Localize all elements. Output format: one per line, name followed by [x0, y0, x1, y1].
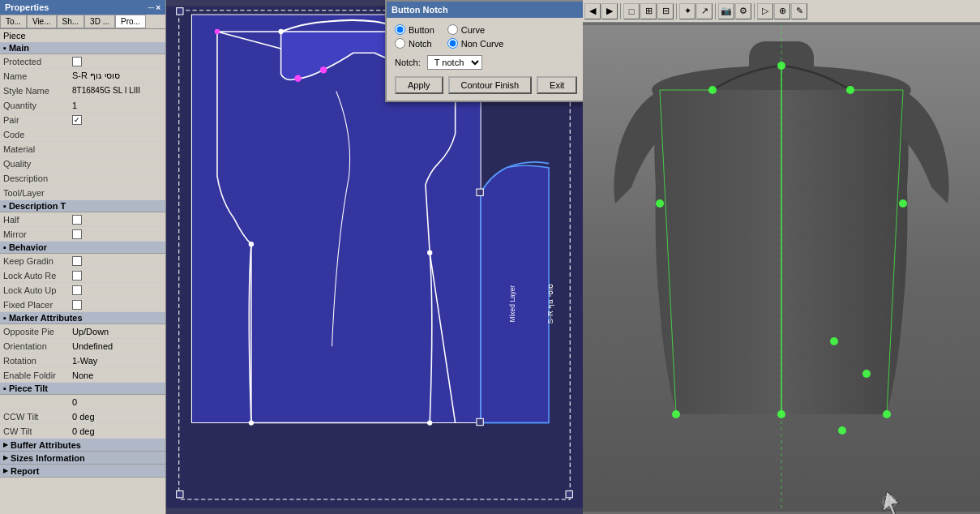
panel-minimize-btn[interactable]: ─ [148, 3, 154, 12]
toolbar-edit-btn[interactable]: ✎ [791, 3, 807, 19]
toolbar-camera-btn[interactable]: 📷 [718, 3, 734, 19]
quantity-label: Quantity [3, 101, 72, 110]
ccw-tilt-row: CCW Tilt 0 deg [0, 409, 165, 424]
sizes-section: ▸ Sizes Information [0, 452, 165, 465]
lock-auto-re-checkbox[interactable] [72, 271, 82, 281]
report-section: ▸ Report [0, 465, 165, 478]
marker-header[interactable]: ▪ Marker Attributes [0, 312, 165, 324]
marker-section: ▪ Marker Attributes Opposite Pie Up/Down… [0, 312, 165, 383]
mirror-checkbox[interactable] [72, 229, 82, 239]
tab-vie[interactable]: Vie... [27, 15, 57, 28]
mirror-row: Mirror [0, 227, 165, 242]
buffer-collapse-icon: ▸ [3, 439, 8, 450]
style-name-value: 8T16845G SL I LIII [72, 86, 162, 95]
behavior-header[interactable]: ▪ Behavior [0, 242, 165, 254]
toolbar-render-btn[interactable]: ▷ [757, 3, 773, 19]
svg-point-39 [672, 410, 680, 418]
notch-select-label: Notch: [395, 58, 421, 67]
notch-radio[interactable] [395, 38, 405, 49]
report-header[interactable]: ▸ Report [0, 465, 165, 478]
description-t-label: Description T [9, 201, 66, 211]
dialog-title-bar[interactable]: Button Notch × [387, 2, 583, 18]
pair-row: Pair [0, 113, 165, 127]
behavior-label: Behavior [9, 242, 47, 252]
style-name-label: Style Name [3, 86, 72, 96]
mirror-label: Mirror [3, 229, 72, 239]
toolbar-settings-btn[interactable]: ⚙ [735, 3, 751, 19]
tab-to[interactable]: To... [0, 15, 27, 28]
rotation-row: Rotation 1-Way [0, 353, 165, 368]
half-checkbox[interactable] [72, 215, 82, 225]
curve-radio-label[interactable]: Curve [447, 24, 504, 35]
apply-button[interactable]: Apply [395, 76, 443, 94]
enable-folding-label: Enable Foldir [3, 371, 72, 380]
fixed-placer-checkbox[interactable] [72, 300, 82, 310]
panel-close-btn[interactable]: × [156, 3, 160, 12]
sizes-header[interactable]: ▸ Sizes Information [0, 452, 165, 465]
toolbar-grid-btn[interactable]: ⊞ [640, 3, 657, 19]
description-t-header[interactable]: ▪ Description T [0, 200, 165, 212]
toolbar-frame-btn[interactable]: □ [623, 3, 640, 19]
curve-radio-group: Curve Non Curve [447, 24, 504, 49]
half-row: Half [0, 212, 165, 227]
svg-point-41 [830, 337, 838, 345]
svg-point-17 [249, 420, 254, 425]
toolbar-minus-btn[interactable]: ⊟ [657, 3, 674, 19]
svg-text:Mixed Layer: Mixed Layer [508, 285, 516, 323]
keep-grading-checkbox[interactable] [72, 256, 82, 266]
toolbar-add-btn[interactable]: ⊕ [774, 3, 790, 19]
piece-tilt-header[interactable]: ▪ Piece Tilt [0, 383, 165, 395]
material-label: Material [3, 144, 72, 154]
contour-finish-button[interactable]: Contour Finish [448, 76, 533, 94]
fixed-placer-row: Fixed Placer [0, 298, 165, 312]
right-toolbar: ◀ ▶ □ ⊞ ⊟ ✦ ↗ 📷 ⚙ ▷ ⊕ ✎ [583, 0, 980, 23]
toolbar-play-fwd-btn[interactable]: ▶ [601, 3, 618, 19]
rotation-label: Rotation [3, 356, 72, 366]
panel-tabs: To... Vie... Sh... 3D ... Pro... [0, 15, 165, 29]
toolbar-measure-btn[interactable]: ↗ [696, 3, 713, 19]
main-section-header[interactable]: ▪ Main [0, 42, 165, 54]
non-curve-radio[interactable] [447, 38, 458, 49]
tab-3d[interactable]: 3D ... [84, 15, 115, 28]
ccw-tilt-label: CCW Tilt [3, 412, 72, 422]
buffer-header[interactable]: ▸ Buffer Attributes [0, 439, 165, 452]
protected-checkbox[interactable] [72, 57, 82, 66]
enable-folding-value: None [72, 371, 162, 380]
keep-grading-label: Keep Gradin [3, 256, 72, 266]
description-row: Description [0, 171, 165, 186]
exit-button[interactable]: Exit [537, 76, 577, 94]
main-area: Properties ─ × To... Vie... Sh... 3D ...… [0, 0, 980, 514]
center-canvas[interactable]: S-R סוסי גוף Mixed Layer Button Notch × [166, 0, 583, 514]
tool-layer-row: Tool/Layer [0, 186, 165, 200]
button-radio-label[interactable]: Button [395, 24, 434, 35]
name-value: S-R סוסי גוף [72, 71, 162, 81]
svg-rect-4 [177, 490, 183, 497]
orientation-row: Orientation Undefined [0, 339, 165, 353]
non-curve-radio-label[interactable]: Non Curve [447, 38, 504, 49]
lock-auto-up-checkbox[interactable] [72, 285, 82, 295]
opposite-pie-value: Up/Down [72, 327, 162, 336]
button-radio[interactable] [395, 24, 405, 35]
toolbar-sep1 [620, 3, 621, 19]
pair-checkbox[interactable] [72, 115, 82, 125]
report-collapse-icon: ▸ [3, 465, 8, 476]
svg-point-34 [708, 86, 717, 94]
main-section-collapse-icon: ▪ [3, 43, 6, 53]
notch-radio-label[interactable]: Notch [395, 38, 434, 49]
3d-view[interactable] [583, 23, 980, 514]
cw-tilt-value: 0 deg [72, 426, 162, 436]
protected-row: Protected [0, 54, 165, 69]
tab-pro[interactable]: Pro... [115, 15, 146, 28]
dialog-title-text: Button Notch [392, 5, 448, 15]
tab-sh[interactable]: Sh... [57, 15, 85, 28]
toolbar-play-btn[interactable]: ◀ [584, 3, 601, 19]
tool-layer-label: Tool/Layer [3, 188, 72, 198]
button-notch-dialog: Button Notch × Button No [385, 0, 583, 102]
curve-radio[interactable] [447, 24, 458, 35]
marker-collapse-icon: ▪ [3, 313, 6, 323]
sizes-collapse-icon: ▸ [3, 452, 8, 463]
toolbar-figure-btn[interactable]: ✦ [679, 3, 695, 19]
code-row: Code [0, 127, 165, 142]
svg-point-8 [320, 66, 327, 73]
notch-type-select[interactable]: T notch L notch V notch Circle [427, 55, 482, 70]
